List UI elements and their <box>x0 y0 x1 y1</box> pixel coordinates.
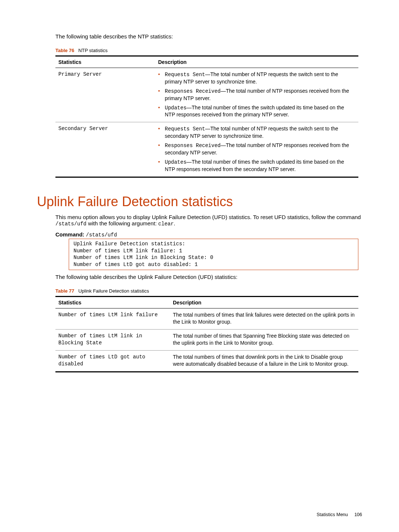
para-text-a: This menu option allows you to display U… <box>55 214 361 220</box>
stat-cell: Primary Server <box>55 68 155 122</box>
table-76: Statistics Description Primary Server Re… <box>55 55 358 178</box>
code-output-box: Uplink Failure Detection statistics: Num… <box>69 239 358 270</box>
desc-cell: Requests Sent—The total number of NTP re… <box>155 122 358 177</box>
command-path: /stats/ufd <box>86 232 117 238</box>
para-text-c: . <box>174 220 175 226</box>
item-code: Responses Received <box>165 88 221 94</box>
section-heading: Uplink Failure Detection statistics <box>37 194 362 209</box>
table-row: Number of times LtD got auto disabled Th… <box>55 350 358 372</box>
table-77-header-desc: Description <box>170 297 358 308</box>
page-footer: Statistics Menu 106 <box>317 512 362 517</box>
list-item: Requests Sent—The total number of NTP re… <box>158 71 355 85</box>
table-row: Secondary Server Requests Sent—The total… <box>55 122 358 177</box>
table-76-header-stat: Statistics <box>55 56 155 68</box>
table-76-title: NTP statistics <box>78 48 108 53</box>
command-label: Command: <box>55 231 84 238</box>
item-code: Updates <box>165 159 187 165</box>
item-code: Requests Sent <box>165 72 205 78</box>
stat-cell: Number of times LtD got auto disabled <box>55 350 170 372</box>
para-code-1: /stats/ufd <box>55 221 86 227</box>
footer-page-number: 106 <box>354 512 362 517</box>
table-76-label: Table 76 <box>55 48 74 53</box>
item-text: —The total number of times the switch up… <box>165 159 344 172</box>
item-code: Responses Received <box>165 143 221 149</box>
table-77-label: Table 77 <box>55 288 74 294</box>
stat-cell: Number of times LtM link in Blocking Sta… <box>55 330 170 351</box>
para-text-b: with the following argument: <box>86 220 158 226</box>
command-line: Command: /stats/ufd <box>55 231 362 238</box>
table-77-caption: Table 77 Uplink Failure Detection statis… <box>55 288 362 294</box>
table-77: Statistics Description Number of times L… <box>55 296 358 372</box>
list-item: Responses Received—The total number of N… <box>158 142 355 156</box>
para-code-2: clear <box>158 221 174 227</box>
table-row: Number of times LtM link in Blocking Sta… <box>55 330 358 351</box>
intro-text-1: The following table describes the NTP st… <box>55 33 362 40</box>
item-text: —The total number of times the switch up… <box>165 105 344 118</box>
desc-cell: The total numbers of times that downlink… <box>170 350 358 372</box>
item-code: Requests Sent <box>165 126 205 132</box>
footer-section: Statistics Menu <box>317 512 348 517</box>
desc-cell: The total numbers of times that link fai… <box>170 308 358 330</box>
stat-cell: Secondary Server <box>55 122 155 177</box>
table-row: Primary Server Requests Sent—The total n… <box>55 68 358 122</box>
list-item: Responses Received—The total number of N… <box>158 88 355 102</box>
desc-cell: The total number of times that Spanning … <box>170 330 358 351</box>
table-76-caption: Table 76 NTP statistics <box>55 48 362 53</box>
list-item: Requests Sent—The total number of NTP re… <box>158 125 355 140</box>
table-76-header-desc: Description <box>155 56 358 68</box>
list-item: Updates—The total number of times the sw… <box>158 104 355 119</box>
stat-cell: Number of times LtM link failure <box>55 308 170 330</box>
desc-cell: Requests Sent—The total number of NTP re… <box>155 68 358 122</box>
item-code: Updates <box>165 105 187 111</box>
table-row: Number of times LtM link failure The tot… <box>55 308 358 330</box>
section-paragraph: This menu option allows you to display U… <box>55 214 362 227</box>
intro-text-2: The following table describes the Uplink… <box>55 274 362 280</box>
table-77-header-stat: Statistics <box>55 297 170 308</box>
list-item: Updates—The total number of times the sw… <box>158 158 355 173</box>
table-77-title: Uplink Failure Detection statistics <box>78 288 149 294</box>
